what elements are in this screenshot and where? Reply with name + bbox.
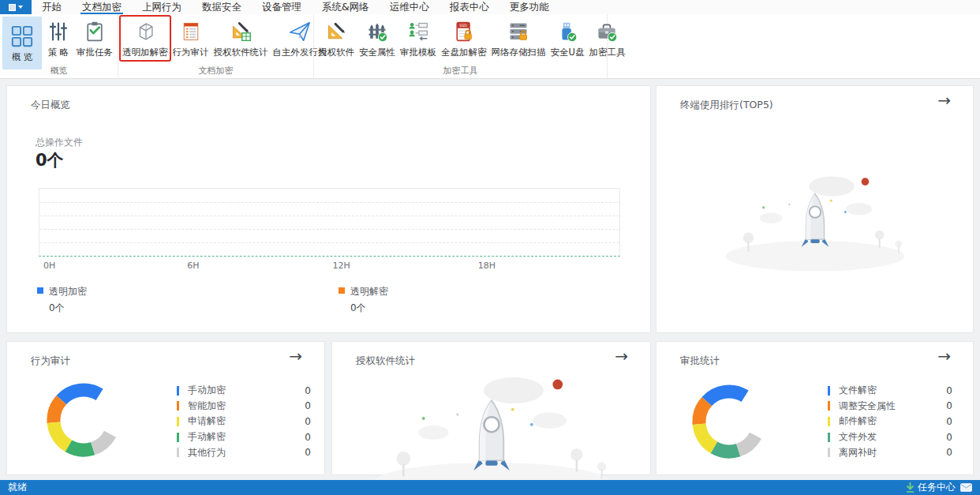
ribbon-button-behavior-audit[interactable]: 行为审计 [171,17,211,60]
licensed-software-stats-icon [227,19,254,44]
ribbon-button-label: 透明加解密 [122,47,168,58]
arrow-right-icon[interactable]: → [615,348,628,364]
transparent-crypt-cube-icon [132,19,159,44]
legend-value: 0个 [350,302,388,315]
approval-template-orgchart-icon [405,19,432,44]
card-approval-stats: 审批统计 → 文件解密0 调整安全属性0 邮件解密0 文件外发0 离网补时0 [656,341,974,475]
empty-state-illustration [716,165,914,272]
menu-item-web-behavior[interactable]: 上网行为 [132,0,192,14]
dashboard-content: 今日概览 总操作文件 0个 0H 6H 12H 18H 透明加密 0个 透明解密 [0,79,980,480]
download-arrow-icon [906,482,915,493]
hourly-line-chart [39,188,620,257]
card-behavior-audit: 行为审计 → 手动加密0 智能加密0 申请解密0 手动解密0 其他行为0 [6,341,325,475]
legend-item: 手动加密0 [177,383,311,399]
card-licensed-software-stats: 授权软件统计 → [331,341,651,475]
legend-item: 其他行为0 [177,444,311,460]
security-attribute-fence-icon [364,19,391,44]
menu-bar: 开始 文档加密 上网行为 数据安全 设备管理 系统&网络 运维中心 报表中心 更… [0,0,980,14]
ribbon-button-fulldisk-crypt[interactable]: SSD 全盘加解密 [440,17,488,60]
ribbon-button-label: 安全U盘 [551,47,585,58]
menu-item-report-center[interactable]: 报表中心 [440,0,499,14]
donut-legend: 文件解密0 调整安全属性0 邮件解密0 文件外发0 离网补时0 [828,383,952,460]
menu-item-ops-center[interactable]: 运维中心 [380,0,440,14]
chart-legend: 透明加密 0个 透明解密 0个 [37,285,619,317]
empty-state-illustration [361,362,622,495]
app-logo-button[interactable] [0,0,32,14]
status-bar: 就绪 任务中心 [0,480,980,495]
ribbon-button-network-storage-scan[interactable]: 网络存储扫描 [490,17,548,60]
fulldisk-crypt-ssd-icon: SSD [451,19,477,44]
behavior-audit-donut-chart [40,377,127,463]
ribbon-toolbar: 概 览 策 略 [0,14,980,79]
ribbon-button-approval-template[interactable]: 审批模板 [398,17,438,60]
ribbon-group-label: 加密工具 [314,65,607,77]
legend-item: 智能加密0 [177,399,311,414]
strategy-sliders-icon [45,19,72,44]
network-storage-scan-servers-icon [505,19,532,44]
secure-usb-drive-icon [554,19,581,44]
legend-item: 调整安全属性0 [828,399,952,414]
ribbon-button-label: 策 略 [48,47,69,58]
app-logo-icon [9,4,16,11]
message-icon[interactable] [960,483,972,492]
legend-item: 文件外发0 [828,429,952,445]
card-title: 终端使用排行(TOP5) [680,99,773,112]
card-title: 审批统计 [680,354,720,368]
chevron-down-icon [18,6,23,9]
x-tick: 12H [333,261,350,271]
ribbon-button-label: 授权软件 [318,47,354,58]
metric-label: 总操作文件 [36,136,83,149]
menu-item-doc-encryption[interactable]: 文档加密 [72,0,132,14]
licensed-software-pencil-icon [323,19,350,44]
task-center-label: 任务中心 [918,481,956,494]
arrow-right-icon[interactable]: → [937,92,951,108]
donut-legend: 手动加密0 智能加密0 申请解密0 手动解密0 其他行为0 [177,383,311,460]
overview-grid-icon [9,24,36,49]
app-window: 开始 文档加密 上网行为 数据安全 设备管理 系统&网络 运维中心 报表中心 更… [0,0,980,495]
ribbon-group-crypt-tools: 授权软件 安全属性 [314,14,608,78]
ribbon-button-strategy[interactable]: 策 略 [43,17,73,60]
menu-item-device-mgmt[interactable]: 设备管理 [252,0,312,14]
legend-item: 申请解密0 [177,414,311,429]
menu-item-start[interactable]: 开始 [32,0,72,14]
ribbon-group-doc-encryption: 透明加解密 [118,14,314,78]
legend-value: 0个 [49,302,87,315]
ribbon-button-secure-usb[interactable]: 安全U盘 [549,17,586,60]
menu-item-data-security[interactable]: 数据安全 [192,0,252,14]
ribbon-button-label: 行为审计 [173,47,209,58]
ribbon-button-security-attribute[interactable]: 安全属性 [357,17,397,60]
ribbon-group-overview: 概 览 策 略 [0,14,118,78]
card-title: 今日概览 [31,99,70,112]
ribbon-button-label: 审批模板 [400,47,436,58]
ribbon-button-label: 审批任务 [77,47,113,58]
ribbon-button-overview[interactable]: 概 览 [2,17,42,69]
x-axis-ticks: 0H 6H 12H 18H [39,261,620,272]
legend-item: 手动解密0 [177,429,311,445]
ribbon-button-licensed-software[interactable]: 授权软件 [316,17,356,60]
ribbon-button-label: 授权软件统计 [214,47,268,58]
legend-swatch-blue [37,287,43,294]
card-title: 行为审计 [31,354,70,368]
ribbon-button-approval-tasks[interactable]: 审批任务 [75,17,114,60]
x-tick: 6H [187,261,199,271]
outgoing-paper-plane-icon [286,19,313,44]
arrow-right-icon[interactable]: → [289,348,302,364]
ribbon-group-label: 文档加密 [118,65,313,77]
menu-item-system-network[interactable]: 系统&网络 [312,0,380,14]
menu-item-more[interactable]: 更多功能 [499,0,559,14]
ribbon-button-licensed-software-stats[interactable]: 授权软件统计 [212,17,270,60]
card-today-overview: 今日概览 总操作文件 0个 0H 6H 12H 18H 透明加密 0个 透明解密 [6,85,651,333]
ribbon-button-transparent-crypt[interactable]: 透明加解密 [121,17,170,60]
task-center-button[interactable]: 任务中心 [906,481,956,494]
ribbon-button-label: 网络存储扫描 [492,47,546,58]
ribbon-group-label: 概览 [0,65,118,77]
behavior-audit-list-icon [178,19,204,44]
metric-value: 0个 [36,149,64,171]
legend-swatch-orange [339,287,345,294]
legend-item: 文件解密0 [828,383,952,399]
x-tick: 18H [478,261,496,271]
legend-item: 邮件解密0 [828,414,952,429]
arrow-right-icon[interactable]: → [937,348,951,364]
svg-text:SSD: SSD [459,24,467,28]
ribbon-button-label: 全盘加解密 [441,47,487,58]
